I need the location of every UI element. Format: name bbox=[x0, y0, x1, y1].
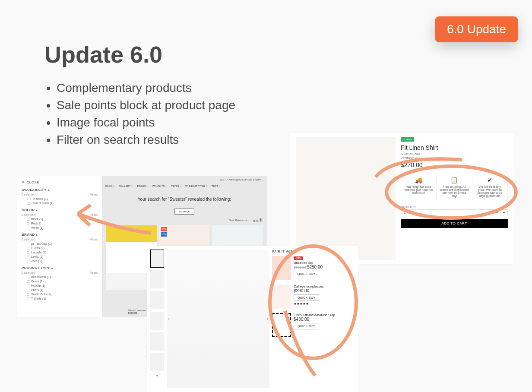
filter-option[interactable]: Lacoste (1) bbox=[22, 251, 98, 254]
nav-item: WOMEN'S bbox=[152, 184, 166, 187]
calendar-icon: 📋 bbox=[439, 177, 469, 183]
add-to-cart-button[interactable]: ADD TO CART bbox=[401, 219, 508, 228]
filter-option[interactable]: Hoodie (1) bbox=[22, 284, 98, 287]
nav-item: GALLERY bbox=[119, 184, 133, 187]
card-price: €379.95 bbox=[128, 312, 146, 314]
filter-option[interactable]: Black (1) bbox=[22, 218, 98, 221]
thumbnail-strip: ▾ bbox=[150, 250, 164, 389]
sale-point-text: We will beat any price. We back all prod… bbox=[478, 185, 502, 197]
filter-head-color[interactable]: COLOR▴ bbox=[22, 208, 98, 212]
filter-option[interactable]: Guess (2) bbox=[22, 247, 98, 250]
product-price: $270.00 bbox=[401, 161, 508, 168]
discount-label: -07% bbox=[161, 227, 167, 231]
nav-item: MEN'S bbox=[171, 184, 181, 187]
selected-count: 0 selected bbox=[22, 213, 35, 216]
nav-item: WITHOUT TITLE bbox=[185, 184, 207, 187]
nav-item: BLOG bbox=[105, 184, 114, 187]
thumbnail[interactable] bbox=[150, 270, 164, 288]
reset-link[interactable]: Reset bbox=[90, 213, 98, 216]
filter-option[interactable]: Sweatshirts (2) bbox=[22, 293, 98, 296]
main-product-image: ‹ › bbox=[167, 250, 269, 388]
search-message: Your search for "Sweater" revealed the f… bbox=[102, 197, 267, 202]
pair-item: Floral Off-the-Shoulder Top $430.00 QUIC… bbox=[272, 313, 355, 337]
thumbnail[interactable] bbox=[150, 291, 164, 309]
stock-badge: In stock bbox=[401, 137, 414, 142]
pair-heading: PAIR IT WITH bbox=[272, 250, 355, 253]
qty-plus[interactable]: + bbox=[501, 209, 508, 216]
quick-buy-button[interactable]: QUICK BUY bbox=[294, 323, 319, 329]
old-price: $350.00 bbox=[294, 266, 306, 269]
selected-count: 0 selected bbox=[22, 271, 35, 274]
thumbnail[interactable] bbox=[150, 312, 164, 330]
bullet: Filter on search results bbox=[57, 133, 235, 147]
nav-item: PAGES bbox=[137, 184, 148, 187]
vendor: VENDOR: Giorgio Armani bbox=[401, 157, 508, 160]
filter-head-brand[interactable]: BRAND▴ bbox=[22, 233, 98, 237]
thumb-scroll-down-icon[interactable]: ▾ bbox=[150, 374, 164, 378]
check-icon: ✔ bbox=[475, 177, 505, 183]
selected-count: 0 selected bbox=[22, 193, 35, 196]
truck-icon: 🚚 bbox=[404, 177, 434, 183]
sale-points-block: 🚚Warranty. No code needed, just head for… bbox=[401, 173, 508, 201]
main-nav: BLOG GALLERY PAGES WOMEN'S MEN'S WITHOUT… bbox=[102, 182, 267, 189]
filter-option[interactable]: T-Shirts (1) bbox=[22, 297, 98, 300]
filter-option[interactable]: Red (1) bbox=[22, 222, 98, 225]
filter-option[interactable]: gs Test Gap (1) bbox=[22, 242, 98, 245]
pair-name: Floral Off-the-Shoulder Top bbox=[294, 313, 335, 317]
bullet: Complementary products bbox=[57, 81, 235, 95]
tag-label: -07% bbox=[161, 232, 167, 237]
reset-link[interactable]: Reset bbox=[90, 238, 98, 241]
next-image-icon[interactable]: › bbox=[264, 316, 270, 322]
sort-control[interactable]: Sort: Relevance ↓▦ ▤ ≣ bbox=[102, 219, 267, 222]
header-icons: ◎ △ ♡¹ 🛍 Blog (0) EUR(€)↓ English ↓ bbox=[102, 176, 267, 182]
pair-item: -29% Baseball cap $350.00$250.00 QUICK B… bbox=[272, 256, 355, 280]
filter-option[interactable]: White (1) bbox=[22, 226, 98, 229]
filter-head-availability[interactable]: AVAILABILITY▴ bbox=[22, 188, 98, 192]
pair-image[interactable] bbox=[272, 285, 291, 309]
thumbnail[interactable] bbox=[150, 353, 164, 371]
quantity-label: QUANTITY bbox=[401, 205, 508, 209]
thumbnail[interactable] bbox=[150, 332, 164, 351]
filter-head-type[interactable]: PRODUCT TYPE▴ bbox=[22, 266, 98, 270]
reset-link[interactable]: Reset bbox=[90, 193, 98, 196]
complementary-screenshot: ▾ ‹ › PAIR IT WITH -29% Baseball cap $35… bbox=[147, 246, 358, 392]
feature-list: Complementary products Sale points block… bbox=[44, 78, 235, 150]
filter-option[interactable]: Out of stock (1) bbox=[22, 202, 98, 205]
pair-item: Cat eye sunglasses $290.00 QUICK BUY ★★★… bbox=[272, 285, 355, 309]
thumbnail[interactable] bbox=[150, 250, 164, 268]
close-filters[interactable]: ✕CLOSE bbox=[22, 180, 98, 184]
search-button[interactable]: SEARCH bbox=[174, 209, 194, 215]
slide-title: Update 6.0 bbox=[44, 41, 162, 68]
bullet: Sale points block at product page bbox=[57, 98, 235, 112]
discount-badge: -29% bbox=[294, 256, 303, 260]
pair-image-focal[interactable] bbox=[272, 313, 291, 337]
pair-price: $250.00 bbox=[307, 265, 323, 269]
filter-option[interactable]: Beachwear (1) bbox=[22, 275, 98, 278]
qty-minus[interactable]: − bbox=[494, 209, 501, 216]
nav-item: TEST bbox=[212, 184, 220, 187]
quantity-input[interactable]: 1 bbox=[401, 209, 494, 216]
pair-image[interactable] bbox=[272, 256, 291, 280]
filter-option[interactable]: In stock (1) bbox=[22, 197, 98, 200]
sku: SKU: 00109as bbox=[401, 152, 508, 155]
pair-price: $430.00 bbox=[294, 317, 309, 322]
filter-panel: ✕CLOSE AVAILABILITY▴ 0 selectedReset In … bbox=[17, 176, 102, 317]
pair-name: Baseball cap bbox=[294, 261, 314, 265]
bullet: Image focal points bbox=[57, 116, 235, 130]
update-badge: 6.0 Update bbox=[435, 16, 518, 42]
quick-buy-button[interactable]: QUICK BUY bbox=[294, 271, 319, 277]
selected-count: 0 selected bbox=[22, 238, 35, 241]
filter-option[interactable]: Pants (1) bbox=[22, 288, 98, 291]
filter-option[interactable]: Zara (1) bbox=[22, 259, 98, 262]
reset-link[interactable]: Reset bbox=[90, 271, 98, 274]
product-photo bbox=[296, 137, 396, 260]
quick-buy-button[interactable]: QUICK BUY bbox=[294, 294, 319, 301]
prev-image-icon[interactable]: ‹ bbox=[166, 316, 172, 322]
filter-option[interactable]: Coats (1) bbox=[22, 280, 98, 283]
star-rating: ★★★★★ bbox=[294, 302, 324, 306]
sale-point-text: Free shipping. All orders are dispatched… bbox=[440, 185, 469, 197]
pair-price: $290.00 bbox=[294, 288, 309, 293]
pair-name: Cat eye sunglasses bbox=[294, 285, 324, 288]
filter-option[interactable]: Levi's (5) bbox=[22, 255, 98, 258]
close-icon: ✕ bbox=[22, 180, 25, 184]
